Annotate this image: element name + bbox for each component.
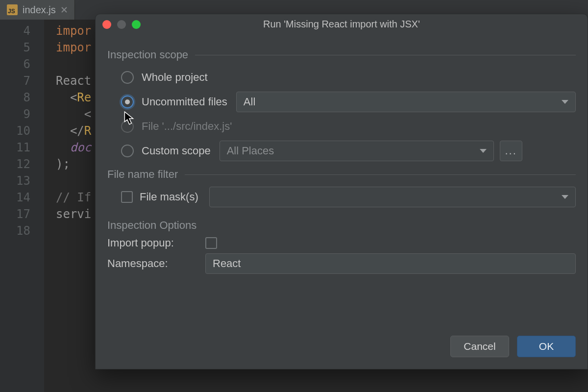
radio-current-file[interactable]: File '.../src/index.js' [107, 115, 576, 138]
radio-icon [121, 71, 134, 84]
code-lines[interactable]: impor impor React <Re < </R doc ); // If… [44, 20, 91, 392]
close-window-icon[interactable] [102, 20, 111, 29]
zoom-window-icon[interactable] [132, 20, 141, 29]
radio-uncommitted[interactable]: Uncommitted files All [107, 91, 576, 113]
tab-filename: index.js [23, 4, 56, 16]
file-mask-row: File mask(s) [107, 186, 576, 208]
chevron-down-icon [480, 149, 487, 153]
radio-icon [121, 145, 134, 157]
import-popup-label: Import popup: [107, 237, 205, 249]
minimize-window-icon[interactable] [117, 20, 126, 29]
titlebar[interactable]: Run 'Missing React import with JSX' [96, 14, 588, 35]
chevron-down-icon [562, 195, 568, 199]
import-popup-checkbox[interactable] [205, 237, 217, 249]
cancel-button[interactable]: Cancel [450, 336, 509, 357]
chevron-down-icon [562, 100, 568, 104]
file-mask-checkbox[interactable] [121, 191, 133, 203]
section-heading-options: Inspection Options [107, 219, 576, 232]
window-controls [102, 20, 141, 29]
custom-scope-select[interactable]: All Places [220, 141, 494, 161]
close-icon[interactable] [61, 6, 68, 13]
dialog-title: Run 'Missing React import with JSX' [96, 19, 588, 30]
radio-custom-scope[interactable]: Custom scope All Places ... [107, 140, 576, 162]
uncommitted-changelist-select[interactable]: All [236, 92, 576, 112]
namespace-label: Namespace: [107, 257, 205, 270]
radio-whole-project[interactable]: Whole project [107, 66, 576, 89]
section-heading-filter: File name filter [107, 168, 576, 181]
file-tab[interactable]: JS index.js [0, 0, 75, 20]
namespace-input[interactable]: React [205, 253, 576, 274]
section-heading-scope: Inspection scope [107, 49, 576, 61]
js-file-icon: JS [7, 4, 18, 15]
radio-icon [121, 120, 134, 133]
file-mask-combobox[interactable] [209, 187, 576, 207]
gutter: 4 5 6 7 8 9 10 11 12 13 14 17 18 [0, 20, 44, 392]
dialog-footer: Cancel OK [96, 327, 588, 369]
file-mask-label: File mask(s) [140, 191, 198, 203]
import-popup-row: Import popup: [107, 237, 576, 249]
browse-scope-button[interactable]: ... [500, 141, 522, 161]
ok-button[interactable]: OK [517, 336, 576, 357]
radio-icon [121, 96, 134, 108]
ellipsis-icon: ... [505, 145, 516, 157]
run-inspection-dialog: Run 'Missing React import with JSX' Insp… [95, 14, 588, 369]
namespace-row: Namespace: React [107, 253, 576, 274]
